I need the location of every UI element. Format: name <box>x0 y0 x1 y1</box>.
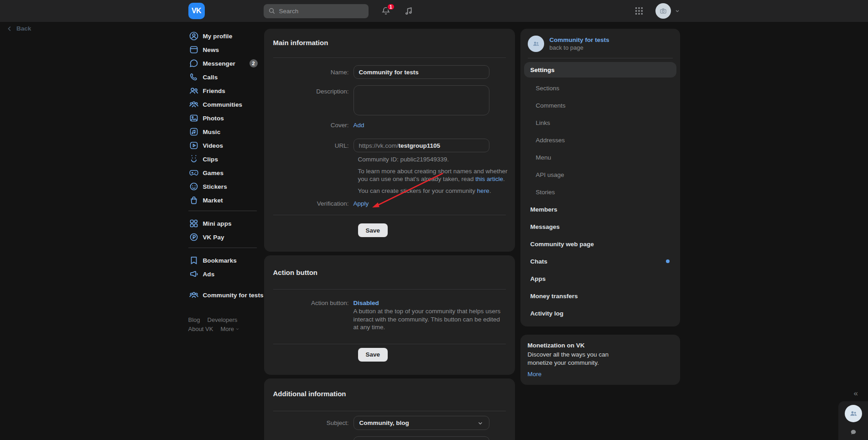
profile-avatar[interactable] <box>655 3 671 19</box>
card-title: Additional information <box>264 378 515 398</box>
chats-notification-dot <box>666 259 670 263</box>
music-note-icon <box>403 5 414 16</box>
sidebar-item-communities[interactable]: Communities <box>188 98 264 111</box>
save-button[interactable]: Save <box>358 223 388 237</box>
description-textarea[interactable] <box>353 85 489 115</box>
top-bar: VK 1 <box>0 0 868 22</box>
search-input[interactable] <box>279 8 357 15</box>
menu-item-chats[interactable]: Chats <box>520 253 680 270</box>
footer-link-blog[interactable]: Blog <box>188 316 200 323</box>
shopping-bag-icon <box>188 195 199 206</box>
music-button[interactable] <box>403 5 414 16</box>
monetization-more-link[interactable]: More <box>528 371 673 378</box>
camera-icon <box>659 7 667 15</box>
menu-item-sections[interactable]: Sections <box>520 79 680 97</box>
search-bar[interactable] <box>264 4 369 18</box>
url-hints: Community ID: public219549339. To learn … <box>358 155 513 195</box>
menu-item-community-web-page[interactable]: Community web page <box>520 235 680 253</box>
sidebar-item-mini-apps[interactable]: Mini apps <box>188 217 264 230</box>
action-button-status-link[interactable]: Disabled <box>353 300 379 306</box>
name-input[interactable]: Community for tests <box>353 65 489 79</box>
cover-add-link[interactable]: Add <box>353 122 364 129</box>
chevron-down-icon <box>235 327 239 331</box>
sidebar-item-label: VK Pay <box>203 234 224 241</box>
sidebar-item-calls[interactable]: Calls <box>188 70 264 84</box>
sidebar-item-games[interactable]: Games <box>188 166 264 180</box>
people-icon <box>848 409 858 419</box>
messenger-dock <box>838 401 868 440</box>
sidebar-item-messenger[interactable]: Messenger 2 <box>188 57 264 70</box>
footer-link-developers[interactable]: Developers <box>208 316 238 323</box>
menu-item-activity-log[interactable]: Activity log <box>520 305 680 322</box>
menu-item-api-usage[interactable]: API usage <box>520 166 680 183</box>
profile-menu-chevron-icon[interactable] <box>675 8 680 14</box>
menu-item-members[interactable]: Members <box>520 201 680 218</box>
sidebar-item-friends[interactable]: Friends <box>188 84 264 98</box>
menu-item-apps[interactable]: Apps <box>520 270 680 287</box>
back-button[interactable]: Back <box>6 25 31 32</box>
monetization-title: Monetization on VK <box>528 342 673 349</box>
left-sidebar: My profile News Messenger 2 Calls Friend… <box>188 29 264 335</box>
right-panel: Community for tests back to page Setting… <box>520 29 680 385</box>
sidebar-item-ads[interactable]: Ads <box>188 267 264 281</box>
dock-avatar[interactable] <box>845 405 862 422</box>
short-names-text: To learn more about creating short names… <box>358 167 513 183</box>
newsfeed-icon <box>188 44 199 55</box>
here-link[interactable]: here <box>477 187 489 194</box>
clips-icon <box>188 154 199 165</box>
name-label: Name: <box>273 69 353 76</box>
menu-item-links[interactable]: Links <box>520 114 680 131</box>
sidebar-footer: Blog Developers About VK More <box>188 316 264 332</box>
community-name-link[interactable]: Community for tests <box>550 36 609 43</box>
back-to-page-label[interactable]: back to page <box>550 44 609 51</box>
apps-grid-icon[interactable] <box>634 6 644 16</box>
sidebar-divider <box>188 211 257 211</box>
sidebar-item-label: Market <box>203 197 223 204</box>
sidebar-item-photos[interactable]: Photos <box>188 111 264 125</box>
footer-link-more[interactable]: More <box>220 326 239 332</box>
sidebar-item-label: Games <box>203 170 224 176</box>
people-icon <box>531 39 541 48</box>
sidebar-item-market[interactable]: Market <box>188 193 264 207</box>
sidebar-item-bookmarks[interactable]: Bookmarks <box>188 254 264 267</box>
sidebar-item-music[interactable]: Music <box>188 125 264 139</box>
search-icon <box>268 7 275 15</box>
sidebar-item-label: Stickers <box>203 183 227 190</box>
menu-item-menu[interactable]: Menu <box>520 149 680 166</box>
verification-apply-link[interactable]: Apply <box>353 200 369 207</box>
communities-icon <box>188 99 199 110</box>
community-avatar[interactable] <box>528 36 544 52</box>
sidebar-item-label: Videos <box>203 142 223 149</box>
chat-bubble-icon[interactable] <box>850 429 857 436</box>
sidebar-item-clips[interactable]: Clips <box>188 152 264 166</box>
menu-item-messages[interactable]: Messages <box>520 218 680 235</box>
description-label: Description: <box>273 85 353 95</box>
vk-pay-icon <box>188 232 199 243</box>
sidebar-item-news[interactable]: News <box>188 43 264 57</box>
menu-item-money-transfers[interactable]: Money transfers <box>520 287 680 305</box>
menu-item-comments[interactable]: Comments <box>520 97 680 114</box>
sidebar-item-stickers[interactable]: Stickers <box>188 180 264 193</box>
sidebar-item-label: Music <box>203 129 221 135</box>
notifications-button[interactable]: 1 <box>380 5 391 16</box>
collapse-dock-icon[interactable]: « <box>854 389 858 398</box>
menu-item-settings[interactable]: Settings <box>524 62 676 78</box>
menu-item-addresses[interactable]: Addresses <box>520 131 680 149</box>
sidebar-item-label: Mini apps <box>203 220 232 227</box>
sidebar-item-my-profile[interactable]: My profile <box>188 29 264 43</box>
friends-icon <box>188 85 199 96</box>
url-input[interactable]: https://vk.com/testgroup1105 <box>353 139 489 152</box>
clipped-input[interactable] <box>353 436 489 440</box>
messenger-badge: 2 <box>249 59 258 67</box>
menu-item-stories[interactable]: Stories <box>520 183 680 201</box>
vk-logo[interactable]: VK <box>188 3 205 19</box>
sidebar-item-videos[interactable]: Videos <box>188 139 264 152</box>
save-button[interactable]: Save <box>358 348 388 362</box>
sidebar-item-vk-pay[interactable]: VK Pay <box>188 230 264 244</box>
sidebar-item-community-for-tests[interactable]: Community for tests <box>188 288 264 302</box>
videos-icon <box>188 140 199 151</box>
sidebar-divider <box>188 248 257 248</box>
footer-link-about[interactable]: About VK <box>188 326 213 332</box>
subject-select[interactable]: Community, blog <box>353 416 489 430</box>
this-article-link[interactable]: this article <box>475 176 503 182</box>
